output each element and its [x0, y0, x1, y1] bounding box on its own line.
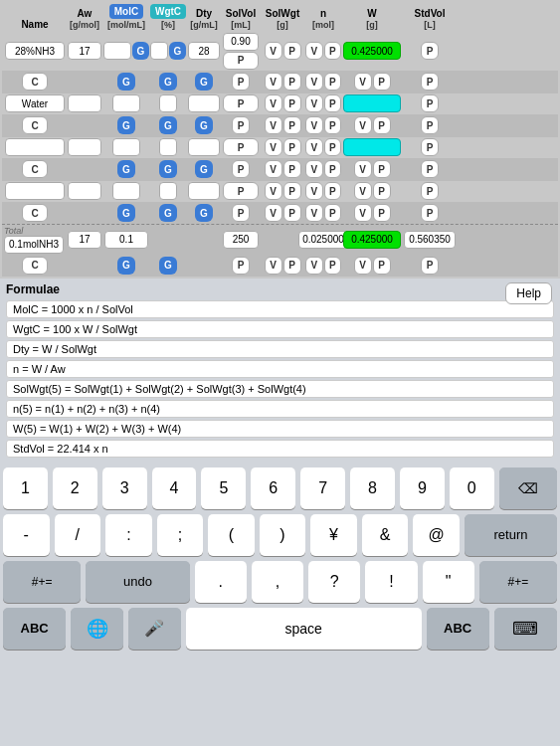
- c-button-total[interactable]: C: [22, 257, 48, 275]
- p-button-8b[interactable]: P: [283, 204, 301, 222]
- p-button-stdvol-4[interactable]: P: [421, 116, 439, 134]
- p-button-stdvol-5[interactable]: P: [421, 138, 439, 156]
- p-button-stdvol-1[interactable]: P: [421, 42, 439, 60]
- key-4[interactable]: 4: [152, 467, 197, 509]
- aw-input-1[interactable]: [68, 42, 101, 60]
- w-input-3[interactable]: [343, 94, 401, 112]
- p-button-n-4[interactable]: P: [324, 116, 342, 134]
- g-button-8c[interactable]: G: [195, 204, 213, 222]
- v-button-2[interactable]: V: [265, 73, 282, 91]
- wgtc-input-3[interactable]: [159, 94, 177, 112]
- molc-input-7[interactable]: [112, 182, 140, 200]
- v-button-solwgt-1[interactable]: V: [265, 42, 282, 60]
- key-minus[interactable]: -: [3, 514, 50, 556]
- wgtc-input-7[interactable]: [159, 182, 177, 200]
- p-button-n-2[interactable]: P: [324, 73, 342, 91]
- dtyfrac-input-1[interactable]: [223, 33, 259, 51]
- key-2[interactable]: 2: [53, 467, 97, 509]
- aw-input-3[interactable]: [68, 94, 101, 112]
- col-header-molc[interactable]: MolC [mol/mL]: [103, 4, 149, 31]
- g-button-4a[interactable]: G: [117, 116, 135, 134]
- total-n[interactable]: [298, 231, 348, 249]
- w-input-1[interactable]: [343, 42, 401, 60]
- total-molc[interactable]: [104, 231, 148, 249]
- p-button-w-8[interactable]: P: [373, 204, 391, 222]
- v-button-solwgt-3[interactable]: V: [265, 94, 282, 112]
- key-quote[interactable]: ": [423, 561, 474, 603]
- key-slash[interactable]: /: [55, 514, 101, 556]
- key-9[interactable]: 9: [400, 467, 445, 509]
- p-button-6[interactable]: P: [232, 160, 250, 178]
- v-button-n-7[interactable]: V: [305, 182, 323, 200]
- key-semicolon[interactable]: ;: [157, 514, 204, 556]
- v-button-w-6[interactable]: V: [354, 160, 372, 178]
- undo-key[interactable]: undo: [86, 561, 189, 603]
- abc-left-key[interactable]: ABC: [3, 608, 66, 650]
- v-button-8[interactable]: V: [265, 204, 282, 222]
- p-button-w-2[interactable]: P: [373, 73, 391, 91]
- g-button-8a[interactable]: G: [117, 204, 135, 222]
- globe-key[interactable]: 🌐: [71, 608, 123, 650]
- p-button-w-6[interactable]: P: [373, 160, 391, 178]
- p-button-solwgt-1[interactable]: P: [283, 42, 301, 60]
- key-at[interactable]: @: [413, 514, 460, 556]
- name-input-3[interactable]: [5, 94, 65, 112]
- v-button-w-2[interactable]: V: [354, 73, 372, 91]
- c-button-2[interactable]: C: [22, 73, 48, 91]
- col-header-wgtc[interactable]: WgtC [%]: [150, 4, 186, 31]
- key-3[interactable]: 3: [102, 467, 147, 509]
- name-input-5[interactable]: [5, 138, 65, 156]
- key-ampersand[interactable]: &: [362, 514, 409, 556]
- v-button-solwgt-5[interactable]: V: [265, 138, 282, 156]
- key-8[interactable]: 8: [350, 467, 395, 509]
- p-button-t[interactable]: P: [232, 257, 250, 275]
- wgtc-input-5[interactable]: [159, 138, 177, 156]
- p-button-solvol-1[interactable]: P: [223, 52, 259, 70]
- total-name-input[interactable]: [4, 236, 64, 254]
- p-button-solwgt-7[interactable]: P: [283, 182, 301, 200]
- g-button-ta[interactable]: G: [117, 257, 135, 275]
- v-button-n-4[interactable]: V: [305, 116, 323, 134]
- dty-input-3[interactable]: [188, 94, 220, 112]
- p-button-stdvol-7[interactable]: P: [421, 182, 439, 200]
- key-1[interactable]: 1: [3, 467, 48, 509]
- v-button-nt[interactable]: V: [305, 257, 323, 275]
- microphone-key[interactable]: 🎤: [128, 608, 181, 650]
- g-button-4b[interactable]: G: [159, 116, 177, 134]
- v-button-w-7[interactable]: V: [354, 182, 372, 200]
- p-button-stdvol-3[interactable]: P: [421, 94, 439, 112]
- key-question[interactable]: ?: [308, 561, 360, 603]
- key-period[interactable]: .: [195, 561, 247, 603]
- v-button-t[interactable]: V: [265, 257, 282, 275]
- p-button-solvol-7[interactable]: P: [223, 182, 259, 200]
- v-button-wt[interactable]: V: [354, 257, 372, 275]
- molc-tab-button[interactable]: MolC: [109, 4, 143, 19]
- v-button-n-1[interactable]: V: [305, 42, 323, 60]
- p-button-8[interactable]: P: [232, 204, 250, 222]
- key-comma[interactable]: ,: [252, 561, 303, 603]
- return-key[interactable]: return: [465, 514, 557, 556]
- v-button-6[interactable]: V: [265, 160, 282, 178]
- key-7[interactable]: 7: [300, 467, 345, 509]
- g-button-1a[interactable]: G: [132, 42, 149, 60]
- p-button-n-3[interactable]: P: [324, 94, 342, 112]
- key-6[interactable]: 6: [251, 467, 295, 509]
- g-button-1b[interactable]: G: [169, 42, 186, 60]
- p-button-stdvol-2[interactable]: P: [421, 73, 439, 91]
- p-button-wt[interactable]: P: [373, 257, 391, 275]
- help-button[interactable]: Help: [505, 282, 552, 304]
- g-button-6a[interactable]: G: [117, 160, 135, 178]
- molc-input-3[interactable]: [112, 94, 140, 112]
- v-button-n-8[interactable]: V: [305, 204, 323, 222]
- aw-input-7[interactable]: [68, 182, 101, 200]
- abc-right-key[interactable]: ABC: [427, 608, 489, 650]
- molc-input-5[interactable]: [112, 138, 140, 156]
- p-button-2[interactable]: P: [232, 73, 250, 91]
- p-button-tb[interactable]: P: [283, 257, 301, 275]
- g-button-2c[interactable]: G: [195, 73, 213, 91]
- c-button-6[interactable]: C: [22, 160, 48, 178]
- g-button-8b[interactable]: G: [159, 204, 177, 222]
- p-button-stdvol-8[interactable]: P: [421, 204, 439, 222]
- p-button-solvol-3[interactable]: P: [223, 94, 259, 112]
- key-yen[interactable]: ¥: [310, 514, 357, 556]
